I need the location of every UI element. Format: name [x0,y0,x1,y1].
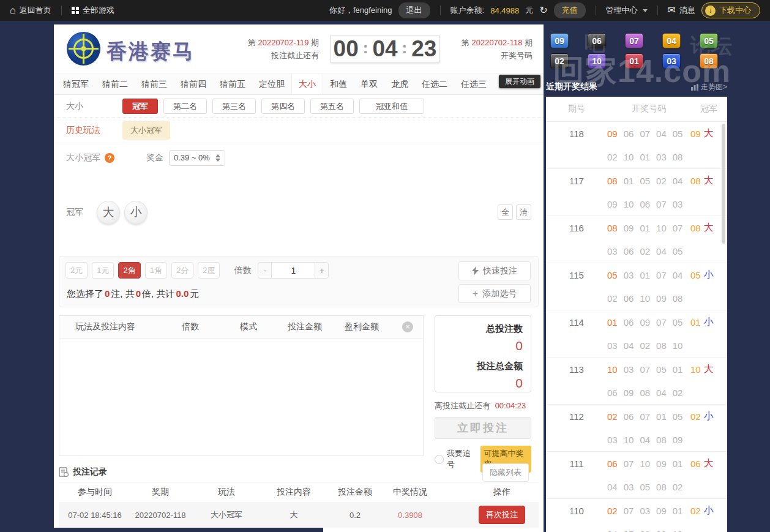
home-icon: ⌂ [10,6,16,15]
position-button[interactable]: 冠军 [122,99,158,114]
draw-balls: 09060704050210010308 [550,33,718,69]
result-number: 07 [624,506,634,516]
lottery-ball: 08 [700,53,718,69]
result-issue: 118 [546,122,607,168]
trend-chart-link[interactable]: 走势图> [691,82,727,92]
result-numbers: 08010502040910060703 [607,169,690,215]
champion-size: 大 [704,457,714,470]
recent-results-title: 近期开奖结果 [546,81,597,92]
result-number: 06 [624,411,634,422]
champion-size: 大 [704,222,714,234]
result-line2: 0403050802 [607,475,690,498]
betslip-col-header: 模式 [223,321,274,332]
records-columns: 参与时间奖期玩法投注内容投注金额中奖情况操作 [59,482,539,501]
issue-suffix: 期 [311,38,319,47]
messages-link[interactable]: ✉ 消息 [668,5,695,16]
close-icon[interactable]: × [402,321,413,332]
pick-option[interactable]: 小 [124,201,148,224]
tab-定位胆[interactable]: 定位胆 [252,74,291,94]
result-number: 01 [640,223,650,233]
balance-unit: 元 [525,5,533,16]
tab-猜前五[interactable]: 猜前五 [213,74,252,94]
position-button[interactable]: 冠亚和值 [359,99,424,114]
betslip-col-header: 投注金额 [274,321,336,332]
result-number: 02 [607,293,618,304]
last-issue-number: 20220702-118 [471,38,522,47]
tab-任选三[interactable]: 任选三 [454,74,493,94]
plus-button[interactable]: + [315,262,329,279]
history-tag[interactable]: 大小冠军 [122,121,170,140]
deadline-label: 离投注截止还有 [435,401,490,410]
money-chip[interactable]: 2角 [118,262,140,279]
select-all-button[interactable]: 全 [498,204,513,220]
result-numbers: 06071009010403050802 [607,452,690,498]
add-numbers-button[interactable]: + 添加选号 [458,284,531,303]
minus-button[interactable]: - [258,262,272,279]
help-icon[interactable]: ? [105,153,114,163]
result-row: 1160809011007030602040508大 [546,216,727,263]
position-row-label: 大小 [66,101,122,112]
recharge-button[interactable]: 充值 [554,2,586,18]
tabs-list: 猜冠军猜前二猜前三猜前四猜前五定位胆大小和值单双龙虎任选二任选三 [56,74,493,94]
result-number: 10 [640,459,650,469]
mail-icon: ✉ [668,6,676,15]
draw-numbers-label: 开奖号码 [453,49,533,62]
download-label: 下载中心 [719,5,751,16]
result-numbers: 02060701050310040809 [607,405,690,451]
money-chip[interactable]: 2厘 [198,262,220,279]
rebet-button[interactable]: 再次投注 [479,506,525,524]
tab-大小[interactable]: 大小 [291,74,323,94]
result-line2: 0310040809 [607,428,690,451]
tab-任选二[interactable]: 任选二 [415,74,454,94]
admin-center-menu[interactable]: 管理中心 [606,5,648,16]
champion-size: 小 [704,410,714,423]
tab-猜前三[interactable]: 猜前三 [135,74,174,94]
result-issue: 117 [546,169,607,215]
bet-now-button[interactable]: 立即投注 [435,417,531,439]
lottery-ball: 10 [588,53,606,69]
result-number: 03 [607,340,618,351]
records-col-header: 中奖情况 [386,487,435,498]
refresh-icon[interactable]: ↻ [539,6,547,15]
money-chip[interactable]: 2分 [171,262,193,279]
divider [596,6,596,15]
position-button[interactable]: 第四名 [261,99,305,114]
position-button[interactable]: 第二名 [163,99,207,114]
tab-单双[interactable]: 单双 [354,74,384,94]
pick-option[interactable]: 大 [97,201,120,224]
logout-button[interactable]: 退出 [398,2,430,18]
result-line2: 0210010308 [607,145,690,168]
scrollbar-thumb[interactable] [722,124,725,244]
money-chip[interactable]: 2元 [65,262,88,279]
position-button[interactable]: 第三名 [212,99,256,114]
tab-猜冠军[interactable]: 猜冠军 [56,74,95,94]
result-champion: 10大 [690,358,727,381]
quick-bet-button[interactable]: 快速投注 [458,261,531,280]
download-center-button[interactable]: ↓ 下载中心 [701,2,760,18]
money-chip[interactable]: 1元 [92,262,114,279]
champion-size: 大 [704,363,714,376]
game-header: 香港赛马 第 20220702-119 期 投注截止还有 00:04:23 第 … [54,24,544,73]
tab-猜前四[interactable]: 猜前四 [174,74,213,94]
bonus-select[interactable]: 0.39 ~ 0% [169,150,225,166]
result-line2: 0306020405 [607,239,690,263]
multiplier-input[interactable] [272,262,315,279]
result-number: 01 [640,270,650,280]
tab-猜前二[interactable]: 猜前二 [95,74,135,94]
lightning-icon [472,266,479,275]
home-link[interactable]: ⌂ 返回首页 [10,5,51,16]
balance-label: 账户余额: [450,5,485,16]
result-champion: 01小 [690,310,727,334]
tab-和值[interactable]: 和值 [323,74,354,94]
result-number: 03 [624,364,634,375]
all-games-link[interactable]: 全部游戏 [72,5,114,16]
money-chip[interactable]: 1角 [145,262,167,279]
pick-row-label: 冠军 [66,207,97,218]
clear-button[interactable]: 清 [516,204,531,220]
hide-list-button[interactable]: 隐藏列表 [482,463,529,482]
position-button[interactable]: 第五名 [310,99,354,114]
results-rows: 1180906070405021001030809大11708010502040… [546,122,727,532]
multiplier-stepper: - + [258,262,329,279]
tab-龙虎[interactable]: 龙虎 [384,74,415,94]
expand-animation-button[interactable]: 展开动画 [499,75,540,88]
